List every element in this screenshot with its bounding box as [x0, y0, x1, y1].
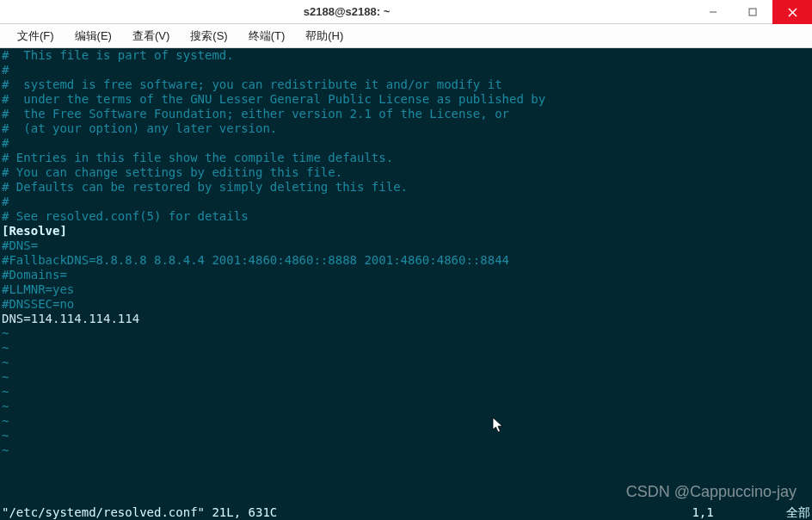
empty-line-tilde: ~	[0, 443, 812, 458]
watermark: CSDN @Cappuccino-jay	[626, 485, 797, 499]
empty-line-tilde: ~	[0, 326, 812, 341]
file-line: #	[0, 136, 812, 151]
menu-view[interactable]: 查看(V)	[122, 25, 180, 47]
file-line: [Resolve]	[0, 224, 812, 238]
status-file: "/etc/systemd/resolved.conf" 21L, 631C	[2, 505, 277, 520]
menu-edit[interactable]: 编辑(E)	[65, 25, 122, 47]
file-line: # Entries in this file show the compile …	[0, 151, 812, 165]
file-line: # under the terms of the GNU Lesser Gene…	[0, 92, 812, 107]
empty-line-tilde: ~	[0, 399, 812, 414]
titlebar: s2188@s2188: ~	[0, 0, 812, 24]
close-button[interactable]	[772, 0, 812, 24]
menu-help[interactable]: 帮助(H)	[295, 25, 354, 47]
file-line: # Defaults can be restored by simply del…	[0, 180, 812, 195]
vim-statusline: "/etc/systemd/resolved.conf" 21L, 631C 1…	[0, 505, 812, 520]
file-line: # systemd is free software; you can redi…	[0, 77, 812, 92]
empty-line-tilde: ~	[0, 414, 812, 429]
menu-terminal[interactable]: 终端(T)	[238, 25, 296, 47]
file-line: #FallbackDNS=8.8.8.8 8.8.4.4 2001:4860:4…	[0, 253, 812, 268]
empty-line-tilde: ~	[0, 356, 812, 370]
svg-rect-1	[749, 9, 756, 15]
status-position: 1,1	[692, 505, 713, 520]
maximize-button[interactable]	[733, 0, 772, 24]
file-line: # See resolved.conf(5) for details	[0, 209, 812, 224]
menu-bar: 文件(F) 编辑(E) 查看(V) 搜索(S) 终端(T) 帮助(H)	[0, 24, 812, 48]
file-line: DNS=114.114.114.114	[0, 312, 812, 326]
file-line: # This file is part of systemd.	[0, 48, 812, 63]
terminal-area[interactable]: # This file is part of systemd.## system…	[0, 48, 812, 520]
file-line: # (at your option) any later version.	[0, 121, 812, 136]
empty-line-tilde: ~	[0, 385, 812, 399]
file-line: #LLMNR=yes	[0, 282, 812, 297]
window-title: s2188@s2188: ~	[0, 5, 693, 18]
file-line: #DNSSEC=no	[0, 297, 812, 312]
empty-line-tilde: ~	[0, 429, 812, 443]
file-line: #	[0, 63, 812, 77]
window-controls	[693, 0, 812, 23]
file-line: # You can change settings by editing thi…	[0, 165, 812, 180]
menu-file[interactable]: 文件(F)	[7, 25, 65, 47]
empty-line-tilde: ~	[0, 341, 812, 356]
empty-line-tilde: ~	[0, 370, 812, 385]
menu-search[interactable]: 搜索(S)	[180, 25, 237, 47]
file-line: # the Free Software Foundation; either v…	[0, 107, 812, 121]
status-right: 全部	[786, 505, 810, 520]
file-line: #DNS=	[0, 238, 812, 253]
file-line: #	[0, 195, 812, 209]
minimize-button[interactable]	[693, 0, 733, 24]
file-line: #Domains=	[0, 268, 812, 282]
